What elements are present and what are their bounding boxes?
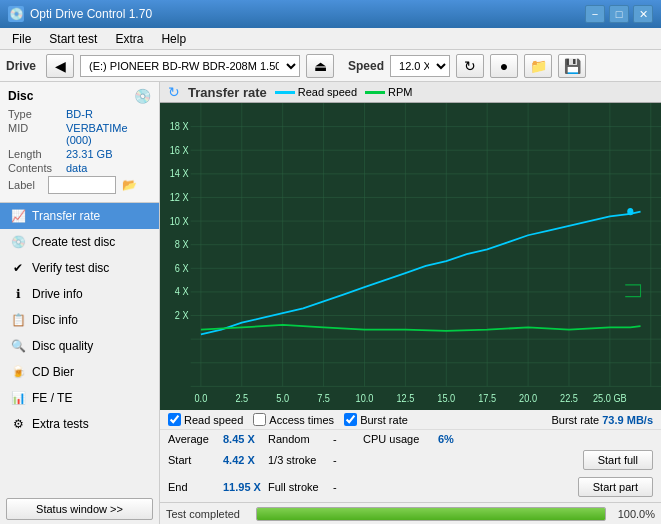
refresh-button[interactable]: ↻ — [456, 54, 484, 78]
cd-bier-icon: 🍺 — [10, 364, 26, 380]
svg-text:25.0 GB: 25.0 GB — [593, 392, 627, 404]
close-button[interactable]: ✕ — [633, 5, 653, 23]
speed-select[interactable]: 12.0 X ↓ — [390, 55, 450, 77]
nav-create-test-disc[interactable]: 💿 Create test disc — [0, 229, 159, 255]
chart-container: 18 X 16 X 14 X 12 X 10 X 8 X 6 X 4 X 2 X… — [160, 103, 661, 410]
disc-label-text: Label — [8, 179, 44, 191]
svg-text:0.0: 0.0 — [194, 392, 207, 404]
legend-read-speed-color — [275, 91, 295, 94]
checkbox-access-times-label: Access times — [269, 414, 334, 426]
stats-row-average: Average 8.45 X Random - CPU usage 6% — [168, 433, 653, 445]
full-stroke-label: Full stroke — [268, 481, 333, 493]
drive-select[interactable]: (E:) PIONEER BD-RW BDR-208M 1.50 — [80, 55, 300, 77]
end-label: End — [168, 481, 223, 493]
disc-length-label: Length — [8, 148, 66, 160]
nav-transfer-rate-label: Transfer rate — [32, 209, 100, 223]
end-value: 11.95 X — [223, 481, 268, 493]
drive-prev-button[interactable]: ◀ — [46, 54, 74, 78]
menu-start-test[interactable]: Start test — [41, 30, 105, 48]
avg-label: Average — [168, 433, 223, 445]
drive-info-icon: ℹ — [10, 286, 26, 302]
disc-length-value: 23.31 GB — [66, 148, 112, 160]
random-value: - — [333, 433, 363, 445]
folder-icon[interactable]: 📂 — [120, 176, 138, 194]
progress-bar-fill — [257, 508, 605, 520]
checkbox-read-speed: Read speed — [168, 413, 243, 426]
svg-text:17.5: 17.5 — [478, 392, 496, 404]
disc-type-field: Type BD-R — [8, 108, 151, 120]
checkbox-burst-rate-input[interactable] — [344, 413, 357, 426]
disc-info-icon: 📋 — [10, 312, 26, 328]
checkbox-access-times-input[interactable] — [253, 413, 266, 426]
stats-row-start: Start 4.42 X 1/3 stroke - Start full — [168, 448, 653, 472]
disc-section-label: Disc — [8, 89, 33, 103]
speed-label: Speed — [348, 59, 384, 73]
stroke13-label: 1/3 stroke — [268, 454, 333, 466]
checkbox-burst-rate-label: Burst rate — [360, 414, 408, 426]
nav-cd-bier-label: CD Bier — [32, 365, 74, 379]
menu-file[interactable]: File — [4, 30, 39, 48]
legend-rpm: RPM — [365, 86, 412, 98]
chart-refresh-icon: ↻ — [168, 84, 180, 100]
disc-length-field: Length 23.31 GB — [8, 148, 151, 160]
start-full-button[interactable]: Start full — [583, 450, 653, 470]
start-part-button[interactable]: Start part — [578, 477, 653, 497]
start-value: 4.42 X — [223, 454, 268, 466]
legend-rpm-color — [365, 91, 385, 94]
nav-cd-bier[interactable]: 🍺 CD Bier — [0, 359, 159, 385]
save-button[interactable]: 💾 — [558, 54, 586, 78]
disc-contents-value: data — [66, 162, 87, 174]
nav-drive-info-label: Drive info — [32, 287, 83, 301]
stats-row-end: End 11.95 X Full stroke - Start part — [168, 475, 653, 499]
minimize-button[interactable]: − — [585, 5, 605, 23]
action-btn2[interactable]: 📁 — [524, 54, 552, 78]
nav-items: 📈 Transfer rate 💿 Create test disc ✔ Ver… — [0, 203, 159, 494]
svg-rect-0 — [160, 103, 661, 410]
svg-text:10 X: 10 X — [170, 215, 189, 227]
action-btn1[interactable]: ● — [490, 54, 518, 78]
nav-disc-info[interactable]: 📋 Disc info — [0, 307, 159, 333]
chart-svg: 18 X 16 X 14 X 12 X 10 X 8 X 6 X 4 X 2 X… — [160, 103, 661, 410]
checkbox-read-speed-input[interactable] — [168, 413, 181, 426]
disc-mid-field: MID VERBATIMe (000) — [8, 122, 151, 146]
bottom-status: Test completed 100.0% — [160, 502, 661, 524]
svg-text:12 X: 12 X — [170, 191, 189, 203]
full-stroke-value: - — [333, 481, 578, 493]
disc-panel: Disc 💿 Type BD-R MID VERBATIMe (000) Len… — [0, 82, 159, 203]
eject-button[interactable]: ⏏ — [306, 54, 334, 78]
sidebar: Disc 💿 Type BD-R MID VERBATIMe (000) Len… — [0, 82, 160, 524]
drive-label: Drive — [6, 59, 36, 73]
nav-disc-quality[interactable]: 🔍 Disc quality — [0, 333, 159, 359]
app-title: Opti Drive Control 1.70 — [30, 7, 152, 21]
status-text: Test completed — [166, 508, 240, 520]
menu-bar: File Start test Extra Help — [0, 28, 661, 50]
avg-value: 8.45 X — [223, 433, 268, 445]
disc-label-row: Label 📂 — [8, 176, 151, 194]
checkbox-burst-rate: Burst rate — [344, 413, 408, 426]
nav-disc-quality-label: Disc quality — [32, 339, 93, 353]
nav-drive-info[interactable]: ℹ Drive info — [0, 281, 159, 307]
chart-header: ↻ Transfer rate Read speed RPM — [160, 82, 661, 103]
disc-icon-button[interactable]: 💿 — [134, 88, 151, 104]
menu-extra[interactable]: Extra — [107, 30, 151, 48]
main-content: Disc 💿 Type BD-R MID VERBATIMe (000) Len… — [0, 82, 661, 524]
svg-text:10.0: 10.0 — [356, 392, 374, 404]
title-bar: 💿 Opti Drive Control 1.70 − □ ✕ — [0, 0, 661, 28]
svg-text:15.0: 15.0 — [437, 392, 455, 404]
progress-bar-container — [256, 507, 606, 521]
nav-verify-test-disc[interactable]: ✔ Verify test disc — [0, 255, 159, 281]
disc-contents-label: Contents — [8, 162, 66, 174]
disc-label-input[interactable] — [48, 176, 116, 194]
nav-fe-te[interactable]: 📊 FE / TE — [0, 385, 159, 411]
menu-help[interactable]: Help — [153, 30, 194, 48]
nav-transfer-rate[interactable]: 📈 Transfer rate — [0, 203, 159, 229]
stroke13-value: - — [333, 454, 583, 466]
svg-text:2.5: 2.5 — [235, 392, 248, 404]
maximize-button[interactable]: □ — [609, 5, 629, 23]
cpu-label: CPU usage — [363, 433, 438, 445]
svg-text:6 X: 6 X — [175, 262, 189, 274]
status-window-button[interactable]: Status window >> — [6, 498, 153, 520]
svg-text:4 X: 4 X — [175, 286, 189, 298]
nav-extra-tests[interactable]: ⚙ Extra tests — [0, 411, 159, 437]
disc-type-value: BD-R — [66, 108, 93, 120]
